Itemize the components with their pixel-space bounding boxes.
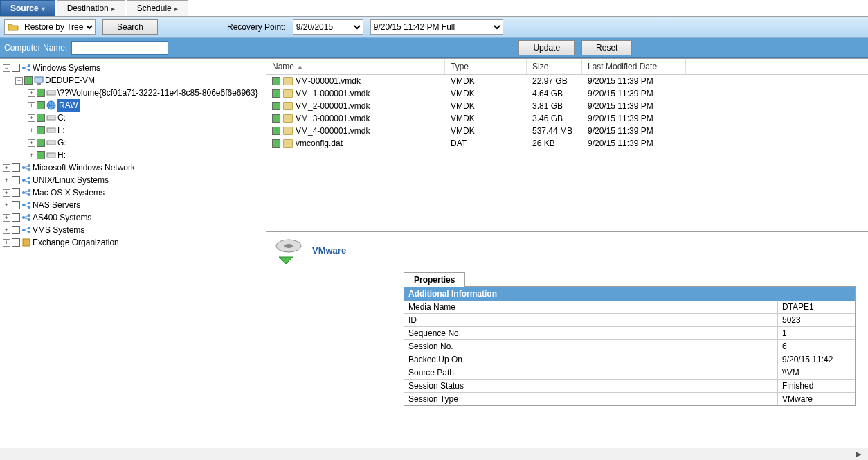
expand-icon[interactable]: + xyxy=(3,227,10,234)
checkbox-checked[interactable] xyxy=(272,139,280,148)
checkbox[interactable] xyxy=(12,64,20,72)
svg-rect-7 xyxy=(47,116,55,120)
drive-icon xyxy=(46,150,56,160)
tree-node-vms[interactable]: +VMS Systems xyxy=(1,224,264,236)
checkbox[interactable] xyxy=(12,176,20,184)
expand-icon[interactable]: + xyxy=(3,214,10,222)
checkbox-checked[interactable] xyxy=(37,114,45,122)
checkbox-checked[interactable] xyxy=(24,76,33,85)
tree-node-f[interactable]: +F: xyxy=(26,124,264,136)
chevron-down-icon: ▾ xyxy=(42,5,45,12)
collapse-icon[interactable]: − xyxy=(3,64,10,72)
file-row[interactable]: VM_1-000001.vmdkVMDK4.64 GB9/20/15 11:39… xyxy=(266,87,868,100)
computer-name-input[interactable] xyxy=(71,41,168,55)
file-row[interactable]: VM_4-000001.vmdkVMDK537.44 MB9/20/15 11:… xyxy=(266,125,868,137)
checkbox-checked[interactable] xyxy=(37,89,45,97)
tree-node-dedupe-vm[interactable]: − DEDUPE-VM xyxy=(14,74,264,87)
checkbox[interactable] xyxy=(12,226,20,234)
property-row: Session TypeVMware xyxy=(404,393,855,405)
tree-node-nas[interactable]: +NAS Servers xyxy=(1,199,264,211)
tree-node-c[interactable]: +C: xyxy=(26,112,264,124)
checkbox-checked[interactable] xyxy=(272,77,280,85)
tree-node-exchange[interactable]: +Exchange Organization xyxy=(1,236,264,249)
expand-icon[interactable]: + xyxy=(28,102,35,109)
checkbox-checked[interactable] xyxy=(37,139,45,147)
properties-tab[interactable]: Properties xyxy=(404,272,465,287)
tree-node-g[interactable]: +G: xyxy=(26,136,264,149)
tree-node-volume[interactable]: +\??\Volume{8cf01a71-3222-11e4-8c85-806e… xyxy=(26,87,264,99)
property-key: Sequence No. xyxy=(404,327,778,339)
expand-icon[interactable]: + xyxy=(28,127,35,134)
chevron-right-icon: ▸ xyxy=(111,5,115,12)
network-icon xyxy=(21,225,31,235)
search-button[interactable]: Search xyxy=(102,19,158,35)
tab-source[interactable]: Source▾ xyxy=(0,0,55,16)
expand-icon[interactable]: + xyxy=(3,164,10,172)
expand-icon[interactable]: + xyxy=(3,189,10,197)
file-row[interactable]: VM-000001.vmdkVMDK22.97 GB9/20/15 11:39 … xyxy=(266,75,868,87)
checkbox-checked[interactable] xyxy=(272,89,280,98)
tree-node-ms-windows-network[interactable]: +Microsoft Windows Network xyxy=(1,161,264,174)
checkbox-checked[interactable] xyxy=(272,127,280,135)
expand-icon[interactable]: + xyxy=(28,152,35,159)
source-tree[interactable]: − Windows Systems − DEDUPE-VM xyxy=(0,59,266,443)
expand-icon[interactable]: + xyxy=(28,114,35,122)
checkbox-checked[interactable] xyxy=(37,126,45,134)
svg-rect-4 xyxy=(37,83,41,85)
expand-icon[interactable]: + xyxy=(28,139,35,147)
checkbox-checked[interactable] xyxy=(272,114,280,123)
checkbox[interactable] xyxy=(12,238,20,247)
update-button[interactable]: Update xyxy=(518,40,575,55)
property-key: Session Type xyxy=(404,393,778,405)
recovery-session-select[interactable]: 9/20/15 11:42 PM Full xyxy=(370,19,503,35)
file-name: VM-000001.vmdk xyxy=(296,76,361,86)
network-icon xyxy=(21,213,31,222)
checkbox[interactable] xyxy=(12,213,20,222)
property-key: ID xyxy=(404,314,778,326)
tree-node-as400[interactable]: +AS400 Systems xyxy=(1,211,264,224)
checkbox[interactable] xyxy=(12,201,20,209)
svg-rect-9 xyxy=(47,141,55,145)
file-date: 9/20/15 11:39 PM xyxy=(582,76,686,87)
property-key: Source Path xyxy=(404,366,778,379)
tree-node-mac[interactable]: +Mac OS X Systems xyxy=(1,186,264,199)
checkbox-checked[interactable] xyxy=(272,102,280,110)
expand-icon[interactable]: + xyxy=(3,177,10,184)
file-type: DAT xyxy=(445,138,527,149)
property-row: Backed Up On9/20/15 11:42 xyxy=(404,353,855,366)
wizard-tabs: Source▾ Destination▸ Schedule▸ xyxy=(0,0,868,17)
tab-destination[interactable]: Destination▸ xyxy=(57,0,125,16)
scroll-right-icon[interactable]: ▶ xyxy=(856,450,861,459)
expand-icon[interactable]: + xyxy=(28,89,35,97)
file-name: VM_3-000001.vmdk xyxy=(296,114,370,123)
property-row: Source Path\\VM xyxy=(404,366,855,380)
checkbox-checked[interactable] xyxy=(37,151,45,159)
network-icon xyxy=(21,188,31,197)
collapse-icon[interactable]: − xyxy=(15,77,23,85)
col-name[interactable]: Name▲ xyxy=(266,59,445,74)
restore-mode-select[interactable]: Restore by Tree xyxy=(4,19,96,35)
tree-node-raw[interactable]: +RAW xyxy=(26,99,264,112)
file-row[interactable]: VM_2-000001.vmdkVMDK3.81 GB9/20/15 11:39… xyxy=(266,100,868,112)
expand-icon[interactable]: + xyxy=(3,239,10,247)
file-date: 9/20/15 11:39 PM xyxy=(582,125,686,136)
recovery-date-select[interactable]: 9/20/2015 xyxy=(293,19,363,35)
file-icon xyxy=(283,139,293,148)
tree-node-h[interactable]: +H: xyxy=(26,149,264,161)
col-type[interactable]: Type xyxy=(445,59,527,74)
globe-icon xyxy=(46,100,56,110)
tab-schedule[interactable]: Schedule▸ xyxy=(127,0,188,16)
file-row[interactable]: VM_3-000001.vmdkVMDK3.46 GB9/20/15 11:39… xyxy=(266,112,868,125)
checkbox-checked[interactable] xyxy=(37,101,45,109)
expand-icon[interactable]: + xyxy=(3,202,10,209)
reset-button[interactable]: Reset xyxy=(581,40,632,55)
svg-rect-3 xyxy=(35,77,43,82)
checkbox[interactable] xyxy=(12,163,20,172)
file-row[interactable]: vmconfig.datDAT26 KB9/20/15 11:39 PM xyxy=(266,137,868,150)
property-key: Session Status xyxy=(404,380,778,392)
tree-node-windows-systems[interactable]: − Windows Systems xyxy=(1,62,264,74)
tree-node-unix[interactable]: +UNIX/Linux Systems xyxy=(1,174,264,186)
col-size[interactable]: Size xyxy=(527,59,582,74)
checkbox[interactable] xyxy=(12,188,20,197)
col-date[interactable]: Last Modified Date xyxy=(582,59,686,74)
